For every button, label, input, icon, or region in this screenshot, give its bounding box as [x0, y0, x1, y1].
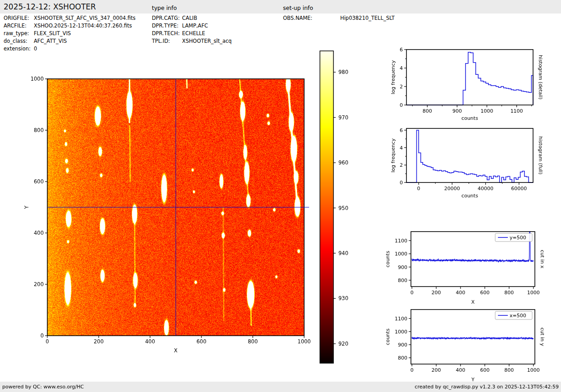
colorbar-tick-label: 980: [338, 69, 348, 75]
meta-value: XSHOOTER_slt_acq: [182, 38, 232, 44]
y-axis-label: Y: [23, 205, 30, 210]
meta-label: ORIGFILE:: [4, 15, 29, 21]
colorbar-tick-label: 960: [338, 160, 348, 166]
cut-y-plot: 0200400600800100080090010001100Ycountscu…: [385, 310, 545, 383]
x-tick-label: 1000: [527, 367, 540, 373]
meta-row-raw-type: raw_type: FLEX_SLIT_VIS: [4, 30, 29, 37]
y-tick-label: 6: [400, 47, 403, 53]
meta-value: AFC_ATT_VIS: [34, 38, 67, 44]
meta-value: LAMP,AFC: [182, 23, 208, 29]
axes-frame: [406, 128, 533, 182]
y-tick-label: 1000: [395, 329, 407, 335]
y-axis-label: counts: [385, 328, 391, 345]
meta-label: DPR.CATG:: [152, 15, 180, 21]
y-tick-label: 1100: [395, 316, 407, 322]
meta-row-extension: extension: 0: [4, 46, 31, 52]
meta-row-arcfile: ARCFILE: XSHOO.2025-12-13T04:40:37.260.f…: [4, 23, 27, 29]
y-tick-label: 900: [398, 342, 407, 348]
x-tick-label: 0: [417, 186, 420, 191]
y-tick-label: 4: [400, 65, 403, 71]
meta-row-do-class: do_class: AFC_ATT_VIS: [4, 38, 27, 45]
meta-value: ECHELLE: [182, 30, 205, 36]
right-axis-label: histogram (full): [538, 137, 543, 175]
x-tick-label: 200: [432, 367, 441, 373]
y-tick-label: 200: [34, 281, 44, 287]
x-axis-label: X: [471, 299, 475, 305]
x-tick-label: 20000: [444, 186, 460, 191]
section-label-type-info: type info: [152, 5, 177, 11]
x-tick-label: 400: [145, 338, 155, 345]
y-axis-label: log frequency: [390, 60, 396, 94]
right-axis-label: cut in x: [539, 250, 545, 269]
y-axis-label: log frequency: [390, 138, 396, 173]
y-tick-label: 2: [400, 84, 403, 90]
y-tick-label: 0: [400, 180, 403, 186]
meta-row-origfile: ORIGFILE: XSHOOTER_SLT_AFC_VIS_347_0004.…: [4, 15, 29, 22]
x-tick-label: 900: [452, 108, 462, 114]
y-tick-label: 900: [398, 264, 407, 270]
x-tick-label: 1000: [527, 290, 540, 296]
colorbar-tick-label: 920: [338, 341, 348, 347]
colorbar-tick-label: 950: [338, 205, 348, 211]
y-tick-label: 4: [400, 145, 403, 151]
colorbar-tick-label: 940: [338, 250, 348, 256]
y-tick-label: 1100: [395, 238, 407, 244]
x-tick-label: 0: [46, 338, 49, 345]
footer-created-by: created by qc_rawdisp.py v1.2.3 on 2025-…: [415, 384, 559, 390]
meta-value: XSHOOTER_SLT_AFC_VIS_347_0004.fits: [34, 15, 136, 21]
x-tick-label: 800: [248, 338, 258, 345]
meta-label: DPR.TYPE:: [152, 23, 178, 29]
x-tick-label: 200: [432, 290, 441, 296]
legend-label: y=500: [510, 235, 526, 241]
meta-label: DPR.TECH:: [152, 30, 180, 36]
detector-image-heatmap: [47, 79, 304, 336]
histogram-step-line: [406, 52, 533, 105]
x-tick-label: 60000: [511, 186, 527, 191]
meta-value: XSHOO.2025-12-13T04:40:37.260.fits: [34, 23, 132, 29]
x-tick-label: 800: [504, 367, 514, 373]
colorbar: [320, 51, 333, 363]
y-tick-label: 800: [398, 278, 407, 283]
y-tick-label: 600: [34, 178, 44, 185]
meta-row-dpr-catg: DPR.CATG: CALIB: [152, 15, 180, 22]
meta-label: extension:: [4, 46, 31, 52]
meta-label: raw_type:: [4, 30, 29, 36]
x-tick-label: 600: [480, 290, 489, 296]
meta-label: ARCFILE:: [4, 23, 27, 29]
x-tick-label: 40000: [478, 186, 493, 191]
meta-row-dpr-type: DPR.TYPE: LAMP,AFC: [152, 23, 178, 29]
page-title: 2025-12-12: XSHOOTER: [4, 2, 96, 11]
axes-frame: [411, 310, 535, 364]
qc-report-page: 2025-12-12: XSHOOTER type info set-up in…: [0, 0, 561, 392]
x-axis-label: X: [174, 347, 178, 354]
meta-value: 0: [34, 46, 37, 52]
x-tick-label: 400: [456, 290, 465, 296]
legend-label: x=500: [510, 313, 526, 319]
cut-line: [412, 337, 534, 339]
x-tick-label: 600: [480, 367, 489, 373]
hist-detail-plot: 800900100011000246countslog frequencyhis…: [390, 47, 543, 121]
y-tick-label: 1000: [31, 76, 44, 82]
x-tick-label: 1000: [297, 338, 310, 345]
x-tick-label: 800: [423, 108, 432, 114]
x-axis-label: counts: [461, 115, 478, 121]
colorbar-tick-label: 970: [338, 114, 348, 121]
y-tick-label: 6: [400, 128, 403, 133]
meta-value: FLEX_SLIT_VIS: [34, 30, 71, 36]
x-tick-label: 800: [504, 290, 514, 296]
cut-line: [412, 232, 534, 263]
meta-label: OBS.NAME:: [283, 15, 312, 21]
y-tick-label: 800: [34, 127, 44, 133]
y-tick-label: 800: [398, 355, 407, 361]
y-axis-label: counts: [385, 251, 391, 267]
legend-box: [495, 233, 532, 242]
x-tick-label: 1000: [481, 108, 493, 114]
histogram-step-line: [406, 130, 533, 182]
y-tick-label: 0: [41, 333, 44, 339]
meta-label: TPL.ID:: [152, 38, 170, 44]
right-axis-label: cut in y: [539, 328, 545, 346]
y-tick-label: 400: [34, 230, 44, 236]
meta-row-dpr-tech: DPR.TECH: ECHELLE: [152, 30, 180, 37]
y-tick-label: 1000: [395, 251, 407, 257]
x-tick-label: 600: [196, 338, 206, 345]
